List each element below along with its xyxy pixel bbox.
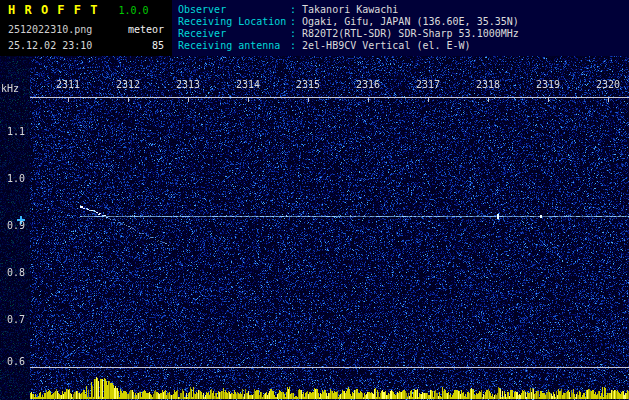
info-row-location: Receiving Location:Ogaki, Gifu, JAPAN (1… <box>178 16 629 28</box>
info-label: Receiver <box>178 28 290 40</box>
info-colon: : <box>290 40 296 51</box>
time-tick-label: 2320 <box>596 79 620 90</box>
app-version: 1.0.0 <box>118 5 148 16</box>
time-tick-label: 2311 <box>56 79 80 90</box>
info-value: Takanori Kawachi <box>302 4 398 15</box>
time-tick-label: 2313 <box>176 79 200 90</box>
info-row-antenna: Receiving antenna:2el-HB9CV Vertical (el… <box>178 40 629 52</box>
time-tick-label: 2314 <box>236 79 260 90</box>
station-info-panel: Observer:Takanori Kawachi Receiving Loca… <box>172 0 629 56</box>
time-tick-label: 2318 <box>476 79 500 90</box>
time-tick-label: 2312 <box>116 79 140 90</box>
freq-tick-label: 1.0 <box>7 173 25 184</box>
time-tick-label: 2317 <box>416 79 440 90</box>
freq-tick-label: 0.6 <box>7 356 25 367</box>
app-title: H R O F F T <box>8 3 98 17</box>
header: H R O F F T 1.0.0 2512022310.png meteor … <box>0 0 629 56</box>
info-value: R820T2(RTL-SDR) SDR-Sharp 53.1000MHz <box>302 28 519 39</box>
info-label: Observer <box>178 4 290 16</box>
info-value: Ogaki, Gifu, JAPAN (136.60E, 35.35N) <box>302 16 519 27</box>
file-row: 2512022310.png meteor <box>8 24 164 35</box>
info-row-receiver: Receiver:R820T2(RTL-SDR) SDR-Sharp 53.10… <box>178 28 629 40</box>
echo-count: 85 <box>152 40 164 51</box>
info-colon: : <box>290 28 296 39</box>
mode-label: meteor <box>128 24 164 35</box>
freq-axis-unit: kHz <box>1 83 19 94</box>
freq-tick-label: 0.9 <box>7 220 25 231</box>
time-tick-label: 2319 <box>536 79 560 90</box>
freq-tick-label: 0.7 <box>7 314 25 325</box>
info-row-observer: Observer:Takanori Kawachi <box>178 4 629 16</box>
time-row: 25.12.02 23:10 85 <box>8 40 164 51</box>
info-value: 2el-HB9CV Vertical (el. E-W) <box>302 40 471 51</box>
output-filename: 2512022310.png <box>8 24 92 35</box>
hrofft-window: H R O F F T 1.0.0 2512022310.png meteor … <box>0 0 629 400</box>
time-tick-label: 2315 <box>296 79 320 90</box>
info-colon: : <box>290 16 296 27</box>
freq-tick-label: 0.8 <box>7 267 25 278</box>
time-tick-label: 2316 <box>356 79 380 90</box>
record-datetime: 25.12.02 23:10 <box>8 40 92 51</box>
app-info-panel: H R O F F T 1.0.0 2512022310.png meteor … <box>0 0 172 56</box>
info-colon: : <box>290 4 296 15</box>
title-row: H R O F F T 1.0.0 <box>8 3 149 17</box>
info-label: Receiving Location <box>178 16 290 28</box>
info-label: Receiving antenna <box>178 40 290 52</box>
spectrogram-canvas <box>0 56 629 400</box>
freq-tick-label: 1.1 <box>7 126 25 137</box>
